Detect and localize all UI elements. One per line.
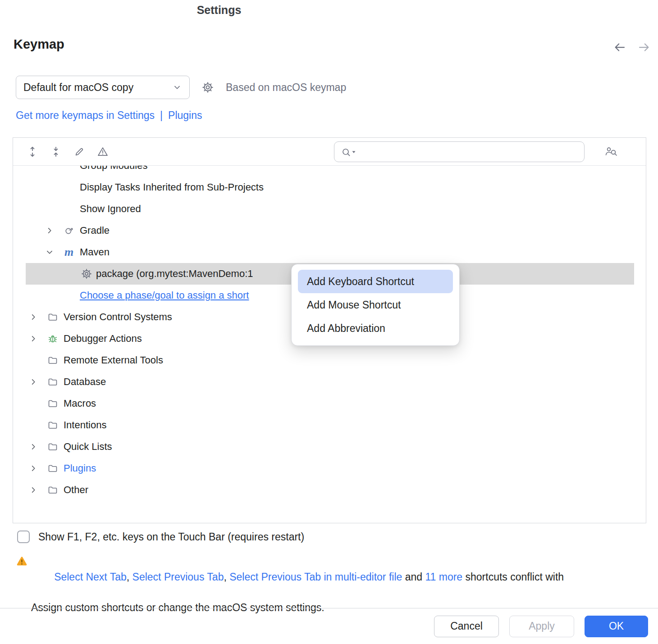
keymap-dropdown-value: Default for macOS copy	[23, 82, 133, 94]
tree-row-group-modules[interactable]: Group Modules	[13, 166, 646, 177]
folder-icon	[47, 398, 58, 409]
tree-item-label: Other	[64, 484, 88, 496]
tree-item-label: Database	[64, 376, 106, 388]
tree-row-macros[interactable]: Macros	[13, 393, 646, 414]
chevron-right-icon[interactable]	[45, 225, 64, 236]
get-more-keymaps-link[interactable]: Get more keymaps in Settings	[16, 109, 155, 122]
based-on-label: Based on macOS keymap	[226, 82, 346, 94]
folder-icon	[47, 441, 58, 452]
tree-row-show-ignored[interactable]: Show Ignored	[13, 198, 646, 220]
history-nav	[613, 41, 651, 56]
chevron-right-icon[interactable]	[28, 333, 47, 344]
search-input[interactable]	[361, 142, 581, 161]
folder-icon	[47, 463, 58, 474]
keymap-selector-row: Default for macOS copy Based on macOS ke…	[16, 76, 346, 99]
plugins-link[interactable]: Plugins	[168, 109, 202, 122]
link-divider: |	[160, 109, 163, 122]
folder-icon	[47, 420, 58, 431]
ok-button[interactable]: OK	[585, 616, 648, 637]
warning-tail: shortcuts conflict with	[462, 571, 564, 583]
chevron-right-icon[interactable]	[28, 441, 47, 452]
show-conflicts-button[interactable]	[97, 146, 109, 158]
touchbar-option-row: Show F1, F2, etc. keys on the Touch Bar …	[17, 531, 304, 543]
conflict-warning-line1: Select Next Tab, Select Previous Tab, Se…	[31, 554, 658, 600]
menu-item-add-abbreviation[interactable]: Add Abbreviation	[298, 317, 453, 340]
back-arrow-icon[interactable]	[613, 41, 626, 56]
keymap-links-row: Get more keymaps in Settings | Plugins	[16, 109, 202, 122]
menu-item-add-keyboard-shortcut[interactable]: Add Keyboard Shortcut	[298, 270, 453, 293]
tree-row-database[interactable]: Database	[13, 371, 646, 393]
maven-icon: m	[64, 247, 74, 258]
chevron-right-icon[interactable]	[28, 312, 47, 322]
tree-row-gradle[interactable]: Gradle	[13, 220, 646, 241]
tree-item-label: Show Ignored	[80, 203, 141, 215]
gradle-icon	[64, 225, 74, 236]
touchbar-checkbox-label: Show F1, F2, etc. keys on the Touch Bar …	[38, 531, 304, 543]
warning-icon	[16, 555, 28, 567]
find-by-shortcut-icon[interactable]	[604, 145, 618, 157]
tree-item-label: Plugins	[64, 463, 96, 474]
menu-item-add-mouse-shortcut[interactable]: Add Mouse Shortcut	[298, 293, 453, 317]
tree-row-maven[interactable]: m Maven	[13, 241, 646, 263]
apply-button[interactable]: Apply	[509, 616, 574, 637]
tree-item-label: Display Tasks Inherited from Sub-Project…	[80, 181, 264, 193]
conflict-warning: Select Next Tab, Select Previous Tab, Se…	[16, 554, 658, 615]
tree-row-plugins[interactable]: Plugins	[13, 458, 646, 479]
tree-item-label: Macros	[64, 398, 96, 409]
chevron-down-icon[interactable]	[45, 247, 64, 258]
folder-icon	[47, 312, 58, 322]
tree-item-label: Maven	[80, 246, 110, 258]
cancel-button[interactable]: Cancel	[434, 616, 499, 637]
touchbar-checkbox[interactable]	[17, 531, 30, 543]
conflict-link-select-previous-tab-multi[interactable]: Select Previous Tab in multi-editor file	[229, 571, 402, 583]
tree-item-label: Quick Lists	[64, 441, 112, 453]
chevron-right-icon[interactable]	[28, 463, 47, 474]
tree-row-quick-lists[interactable]: Quick Lists	[13, 436, 646, 458]
folder-icon	[47, 376, 58, 387]
expand-all-button[interactable]	[27, 146, 38, 158]
tree-toolbar	[13, 138, 646, 166]
search-icon[interactable]	[341, 147, 357, 158]
tree-row-remote-external-tools[interactable]: Remote External Tools	[13, 349, 646, 371]
collapse-all-button[interactable]	[50, 146, 62, 158]
chevron-down-icon	[172, 82, 182, 92]
tree-item-label: package (org.mytest:MavenDemo:1	[96, 268, 253, 280]
forward-arrow-icon[interactable]	[637, 41, 651, 56]
window-title: Settings	[0, 4, 438, 17]
tree-row-display-tasks[interactable]: Display Tasks Inherited from Sub-Project…	[13, 177, 646, 198]
folder-icon	[47, 355, 58, 366]
tree-item-label: Intentions	[64, 419, 106, 431]
tree-row-other[interactable]: Other	[13, 479, 646, 501]
page-title: Keymap	[14, 37, 64, 52]
warning-separator: ,	[224, 571, 229, 583]
tree-item-label: Gradle	[80, 225, 110, 236]
tree-item-label: Version Control Systems	[64, 311, 172, 323]
search-field	[334, 141, 585, 162]
conflict-warning-text: Select Next Tab, Select Previous Tab, Se…	[31, 554, 658, 615]
chevron-right-icon[interactable]	[28, 376, 47, 387]
settings-window: Settings Keymap Default for macOS copy B…	[0, 0, 658, 644]
gear-icon	[81, 268, 92, 279]
warning-and: and	[402, 571, 425, 583]
tree-item-label: Remote External Tools	[64, 354, 163, 366]
context-menu: Add Keyboard Shortcut Add Mouse Shortcut…	[291, 264, 460, 346]
choose-phase-link[interactable]: Choose a phase/goal to assign a short	[80, 290, 249, 301]
conflict-link-select-previous-tab[interactable]: Select Previous Tab	[133, 571, 224, 583]
dialog-footer: Cancel Apply OK	[0, 608, 658, 644]
keymap-dropdown[interactable]: Default for macOS copy	[16, 76, 190, 99]
conflict-link-select-next-tab[interactable]: Select Next Tab	[54, 571, 127, 583]
chevron-right-icon[interactable]	[28, 485, 47, 495]
warning-separator: ,	[127, 571, 133, 583]
conflict-link-more[interactable]: 11 more	[425, 571, 462, 583]
tree-item-label: Debugger Actions	[64, 333, 142, 345]
edit-shortcut-button[interactable]	[73, 146, 85, 158]
tree-item-label: Group Modules	[80, 166, 147, 172]
keymap-settings-gear-icon[interactable]	[201, 81, 214, 94]
bug-icon	[47, 333, 58, 344]
tree-row-intentions[interactable]: Intentions	[13, 414, 646, 436]
folder-icon	[47, 485, 58, 495]
